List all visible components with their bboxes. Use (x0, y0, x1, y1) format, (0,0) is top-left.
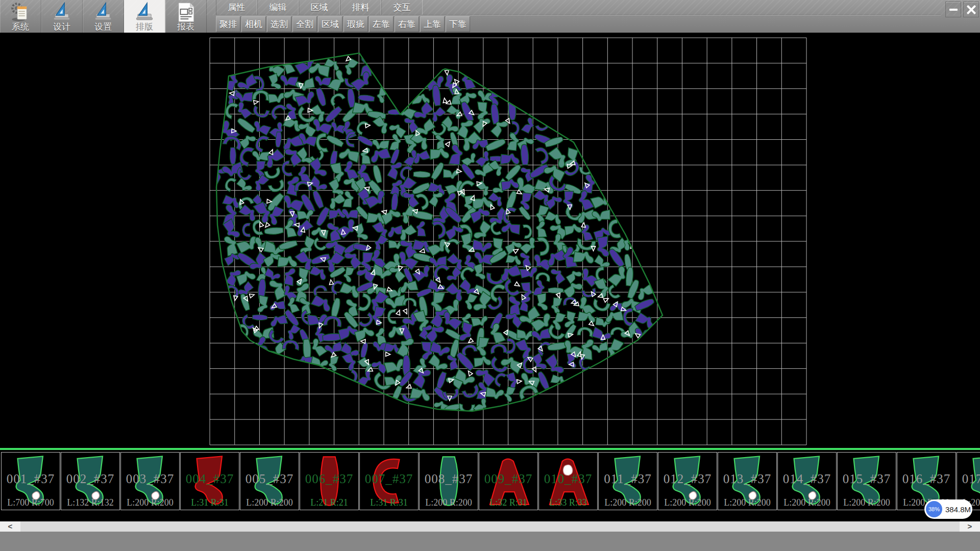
scroll-right-button[interactable]: > (960, 521, 980, 532)
tool-button-聚排[interactable]: 聚排 (216, 16, 240, 32)
part-id: 013_#37 (718, 472, 776, 486)
part-counts: L:31 R:31 (181, 497, 239, 508)
tool-button-选割[interactable]: 选割 (267, 16, 291, 32)
tool-buttons: 聚排相机选割全割区域瑕疵左靠右靠上靠下靠 (216, 15, 470, 33)
part-counts: L:21 R:21 (300, 497, 358, 508)
part-counts: L:33 R:33 (539, 497, 597, 508)
part-counts: L:200 R:200 (718, 497, 776, 508)
tool-button-全割[interactable]: 全割 (292, 16, 317, 32)
part-id: 016_#37 (897, 472, 955, 486)
module-button-报表[interactable]: 报表 (165, 0, 207, 33)
toolbar-separator (216, 15, 941, 15)
window-controls (945, 2, 979, 17)
module-button-设置[interactable]: 设置 (83, 0, 124, 33)
parts-strip: 001_#37L:700 R:700002_#37L:132 R:132003_… (0, 448, 980, 521)
part-thumbnail-014_#37[interactable]: 014_#37L:200 R:200 (777, 452, 837, 510)
module-button-系统[interactable]: 系统 (0, 0, 41, 33)
tool-button-下靠[interactable]: 下靠 (446, 16, 470, 32)
part-counts: L:132 R:132 (61, 497, 119, 508)
tool-button-区域[interactable]: 区域 (318, 16, 342, 32)
menu-tab-排料[interactable]: 排料 (340, 0, 381, 15)
part-id: 005_#37 (240, 472, 299, 486)
memory-value: 384.8M (945, 505, 971, 514)
part-id: 006_#37 (300, 472, 358, 486)
tool-button-右靠[interactable]: 右靠 (395, 16, 419, 32)
part-thumbnail-015_#37[interactable]: 015_#37L:200 R:200 (837, 452, 896, 510)
part-counts: L:200 R:200 (838, 497, 896, 508)
report-icon (175, 2, 197, 22)
parts-cells: 001_#37L:700 R:700002_#37L:132 R:132003_… (1, 452, 980, 510)
scroll-left-button[interactable]: < (0, 521, 20, 532)
part-id: 002_#37 (61, 472, 119, 486)
gear-notebook-icon (10, 2, 31, 22)
part-counts: L:32 R:31 (479, 497, 537, 508)
part-counts: L:200 R:200 (420, 497, 478, 508)
part-counts: L:200 R:200 (658, 497, 717, 508)
part-thumbnail-002_#37[interactable]: 002_#37L:132 R:132 (61, 452, 120, 510)
tool-button-左靠[interactable]: 左靠 (369, 16, 394, 32)
part-id: 012_#37 (658, 472, 717, 486)
part-id: 014_#37 (778, 472, 836, 486)
part-thumbnail-012_#37[interactable]: 012_#37L:200 R:200 (658, 452, 717, 510)
menu-tab-属性[interactable]: 属性 (216, 0, 257, 15)
horizontal-scrollbar[interactable]: < > (0, 521, 980, 532)
tool-button-相机[interactable]: 相机 (241, 16, 266, 32)
part-thumbnail-005_#37[interactable]: 005_#37L:200 R:200 (240, 452, 299, 510)
part-thumbnail-011_#37[interactable]: 011_#37L:200 R:200 (598, 452, 657, 510)
close-button[interactable] (963, 2, 979, 17)
part-counts: L:200 R:200 (240, 497, 299, 508)
part-thumbnail-006_#37[interactable]: 006_#37L:21 R:21 (300, 452, 359, 510)
part-thumbnail-004_#37[interactable]: 004_#37L:31 R:31 (180, 452, 239, 510)
module-button-设计[interactable]: 设计 (41, 0, 83, 33)
ruler-laptop-icon (134, 2, 155, 22)
part-thumbnail-003_#37[interactable]: 003_#37L:200 R:200 (120, 452, 180, 510)
part-thumbnail-001_#37[interactable]: 001_#37L:700 R:700 (1, 452, 60, 510)
part-counts: L:200 R:200 (121, 497, 179, 508)
menu-tab-区域[interactable]: 区域 (299, 0, 340, 15)
part-id: 001_#37 (2, 472, 60, 486)
memory-badge: 38% 384.8M (924, 499, 972, 519)
nesting-drawing (0, 33, 980, 448)
part-thumbnail-009_#37[interactable]: 009_#37L:32 R:31 (479, 452, 538, 510)
module-button-排版[interactable]: 排版 (124, 0, 165, 33)
part-id: 004_#37 (181, 472, 239, 486)
module-button-label: 设计 (53, 22, 70, 32)
status-bar (0, 532, 980, 551)
part-counts: L:200 R:200 (778, 497, 836, 508)
nesting-canvas[interactable] (0, 33, 980, 448)
part-id: 015_#37 (838, 472, 896, 486)
part-id: 009_#37 (479, 472, 537, 486)
ruler-laptop-icon (51, 2, 72, 22)
progress-circle: 38% (926, 501, 942, 517)
part-id: 007_#37 (360, 472, 418, 486)
main-toolbar: 系统设计设置排版报表 属性编辑区域排料交互 聚排相机选割全割区域瑕疵左靠右靠上靠… (0, 0, 980, 33)
part-id: 017_#37 (957, 472, 980, 486)
module-button-label: 排版 (136, 22, 153, 32)
nested-parts (210, 56, 656, 414)
module-button-label: 系统 (12, 22, 29, 32)
menu-tab-编辑[interactable]: 编辑 (257, 0, 299, 15)
part-counts: L:200 R:200 (599, 497, 657, 508)
part-thumbnail-010_#37[interactable]: 010_#37L:33 R:33 (538, 452, 598, 510)
module-button-label: 设置 (94, 22, 112, 32)
part-thumbnail-008_#37[interactable]: 008_#37L:200 R:200 (419, 452, 478, 510)
close-icon (966, 5, 976, 15)
part-id: 011_#37 (599, 472, 657, 486)
part-id: 010_#37 (539, 472, 597, 486)
part-id: 008_#37 (420, 472, 478, 486)
part-thumbnail-007_#37[interactable]: 007_#37L:31 R:31 (359, 452, 419, 510)
part-thumbnail-013_#37[interactable]: 013_#37L:200 R:200 (718, 452, 777, 510)
menu-tabs: 属性编辑区域排料交互 (216, 0, 470, 15)
tool-button-上靠[interactable]: 上靠 (420, 16, 445, 32)
module-buttons: 系统设计设置排版报表 (0, 0, 207, 33)
menu-tab-交互[interactable]: 交互 (381, 0, 423, 15)
part-id: 003_#37 (121, 472, 179, 486)
module-button-label: 报表 (177, 22, 194, 32)
menu-column: 属性编辑区域排料交互 聚排相机选割全割区域瑕疵左靠右靠上靠下靠 (216, 0, 470, 33)
part-counts: L:700 R:700 (2, 497, 60, 508)
minimize-button[interactable] (945, 2, 961, 17)
tool-button-瑕疵[interactable]: 瑕疵 (344, 16, 368, 32)
minimize-icon (949, 9, 958, 11)
ruler-laptop-icon (92, 2, 114, 22)
part-counts: L:31 R:31 (360, 497, 418, 508)
